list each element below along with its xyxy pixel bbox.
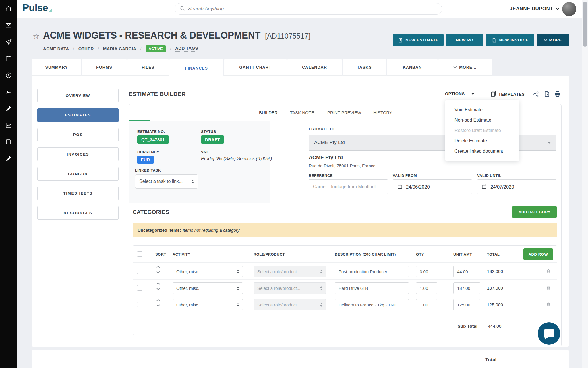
user-menu[interactable]: JEANNE DUPONT xyxy=(510,0,576,18)
tab-forms[interactable]: FORMS xyxy=(82,59,127,76)
qty-input[interactable] xyxy=(416,282,437,294)
qty-input[interactable] xyxy=(416,299,437,310)
linked-task-select[interactable]: Select a task to link... xyxy=(135,174,198,189)
sort-up-icon[interactable] xyxy=(156,266,160,269)
add-row-button[interactable]: ADD ROW xyxy=(523,248,553,260)
tab-files[interactable]: FILES xyxy=(127,59,169,76)
valid-from-datepicker[interactable]: 24/06/2020 xyxy=(393,179,472,194)
templates-button[interactable]: TEMPLATES xyxy=(490,91,525,98)
sort-up-icon[interactable] xyxy=(156,299,160,302)
send-icon[interactable] xyxy=(5,39,12,45)
categories-title: CATEGORIES xyxy=(133,209,169,215)
page-scrollbar[interactable] xyxy=(582,0,588,368)
tab-kanban[interactable]: KANBAN xyxy=(387,59,438,76)
image-icon[interactable] xyxy=(5,89,12,95)
pdf-export-icon[interactable] xyxy=(543,91,550,99)
menu-item-create-linked-document[interactable]: Create linked document xyxy=(454,148,519,154)
add-category-button[interactable]: ADD CATEGORY xyxy=(512,206,557,218)
row-checkbox[interactable] xyxy=(137,269,142,274)
sidebar-item-estimates[interactable]: ESTIMATES xyxy=(37,108,119,122)
sidebar-item-invoices[interactable]: INVOICES xyxy=(37,147,119,161)
book-icon[interactable] xyxy=(5,139,12,145)
sidebar-item-overview[interactable]: OVERVIEW xyxy=(37,89,119,102)
tab-task-note[interactable]: TASK NOTE xyxy=(290,110,314,115)
breadcrumb-item[interactable]: MARIA GARCIA xyxy=(103,46,136,51)
print-icon[interactable] xyxy=(554,91,561,99)
trash-icon[interactable] xyxy=(546,301,551,309)
breadcrumb-item[interactable]: OTHER xyxy=(78,46,94,51)
calendar-icon[interactable] xyxy=(5,55,12,62)
role-product-select[interactable]: Select a role/product... xyxy=(254,266,326,277)
clock-icon[interactable] xyxy=(5,72,12,79)
app-rail xyxy=(0,0,17,368)
description-input[interactable] xyxy=(335,266,409,277)
share-icon[interactable] xyxy=(533,91,539,99)
select-stepper-icon xyxy=(237,303,239,307)
tab-calendar[interactable]: CALENDAR xyxy=(287,59,342,76)
qty-input[interactable] xyxy=(416,266,437,277)
mail-icon[interactable] xyxy=(5,22,12,29)
tab-finances[interactable]: FINANCES xyxy=(169,59,223,77)
row-checkbox[interactable] xyxy=(137,302,142,307)
tab-builder[interactable]: BUILDER xyxy=(259,110,278,115)
chat-button[interactable] xyxy=(538,322,560,345)
tab-gantt-chart[interactable]: GANTT CHART xyxy=(224,59,287,76)
pulse-logo[interactable]: Pulse xyxy=(22,2,52,14)
new-invoice-button[interactable]: NEW INVOICE xyxy=(486,34,534,46)
rocket-icon[interactable] xyxy=(5,105,12,112)
role-product-select[interactable]: Select a role/product... xyxy=(254,299,326,310)
tab-tasks[interactable]: TASKS xyxy=(343,59,386,76)
estimate-to-label: ESTIMATE TO xyxy=(309,127,335,131)
launch-icon[interactable] xyxy=(5,155,12,162)
reference-input[interactable] xyxy=(309,179,388,194)
main-tabs: SUMMARY FORMS FILES FINANCES GANTT CHART… xyxy=(32,59,492,77)
search-input[interactable] xyxy=(188,6,438,12)
activity-select[interactable]: Other, misc. xyxy=(173,282,243,294)
scrollbar-thumb[interactable] xyxy=(583,2,587,47)
row-checkbox[interactable] xyxy=(137,285,142,291)
unit-amt-input[interactable] xyxy=(453,266,480,277)
description-input[interactable] xyxy=(335,282,409,294)
description-input[interactable] xyxy=(335,299,409,310)
sort-down-icon[interactable] xyxy=(156,303,160,306)
favorite-star-icon[interactable]: ☆ xyxy=(33,32,40,41)
sort-down-icon[interactable] xyxy=(156,287,160,290)
menu-item-delete-estimate[interactable]: Delete Estimate xyxy=(454,138,519,144)
home-icon[interactable] xyxy=(5,5,12,12)
sidebar-item-timesheets[interactable]: TIMESHEETS xyxy=(37,187,119,200)
sidebar-item-resources[interactable]: RESOURCES xyxy=(37,206,119,220)
sort-up-icon[interactable] xyxy=(156,282,160,285)
select-stepper-icon xyxy=(192,180,194,183)
global-search[interactable] xyxy=(175,3,442,15)
unit-amt-input[interactable] xyxy=(453,282,480,294)
tab-print-preview[interactable]: PRINT PREVIEW xyxy=(327,110,361,115)
sidebar-item-concur[interactable]: CONCUR xyxy=(37,167,119,181)
invoice-doc-icon xyxy=(492,38,497,43)
chart-icon[interactable] xyxy=(5,122,12,129)
role-product-select[interactable]: Select a role/product... xyxy=(254,282,326,294)
chevron-down-icon xyxy=(544,38,547,41)
tab-summary[interactable]: SUMMARY xyxy=(32,59,81,76)
sort-down-icon[interactable] xyxy=(156,270,160,273)
menu-item-non-add-estimate[interactable]: Non-add Estimate xyxy=(454,117,519,123)
valid-until-datepicker[interactable]: 24/07/2020 xyxy=(477,179,556,194)
trash-icon[interactable] xyxy=(546,268,551,275)
options-dropdown-button[interactable]: OPTIONS xyxy=(445,91,475,96)
avatar[interactable] xyxy=(562,2,576,16)
menu-item-void-estimate[interactable]: Void Estimate xyxy=(454,107,519,113)
more-actions-button[interactable]: MORE xyxy=(537,34,569,46)
breadcrumb-item[interactable]: ACME DATA xyxy=(43,46,69,51)
sidebar-item-pos[interactable]: POS xyxy=(37,128,119,141)
new-po-button[interactable]: NEW PO xyxy=(446,34,483,46)
activity-select[interactable]: Other, misc. xyxy=(173,266,243,277)
activity-select[interactable]: Other, misc. xyxy=(173,299,243,310)
unit-amt-input[interactable] xyxy=(453,299,480,310)
tab-more[interactable]: MORE... xyxy=(438,59,492,76)
valid-from-label: VALID FROM xyxy=(393,173,417,178)
select-all-checkbox[interactable] xyxy=(137,251,142,257)
add-tags-button[interactable]: ADD TAGS xyxy=(175,46,198,52)
new-estimate-button[interactable]: NEW ESTIMATE xyxy=(393,34,444,46)
trash-icon[interactable] xyxy=(546,285,551,292)
tab-history[interactable]: HISTORY xyxy=(373,110,392,115)
estimate-to-select[interactable]: ACME Pty Ltd xyxy=(309,135,556,151)
